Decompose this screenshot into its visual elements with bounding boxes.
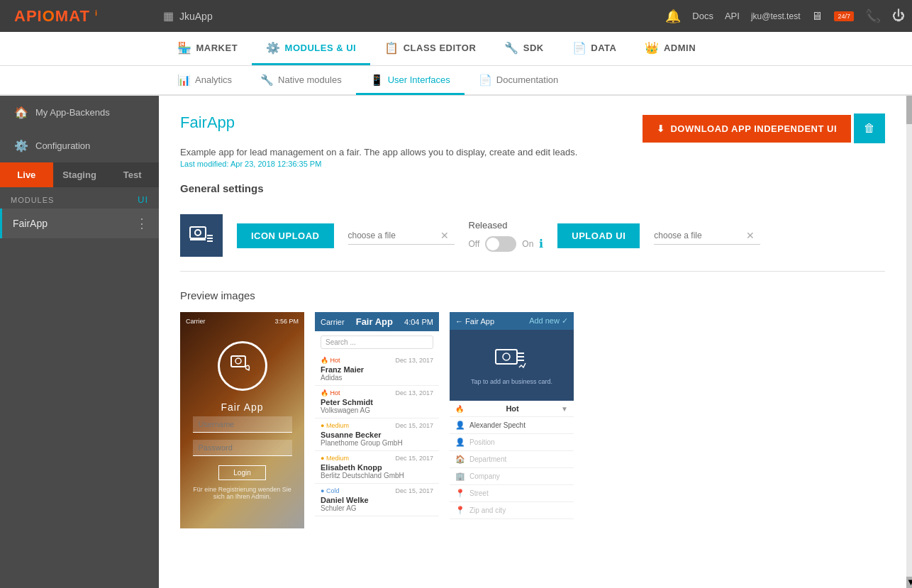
phone-app-icon bbox=[218, 341, 267, 391]
location-icon-2: 📍 bbox=[455, 506, 465, 515]
svg-point-1 bbox=[195, 230, 201, 235]
my-app-backends-icon: 🏠 bbox=[14, 106, 28, 119]
power-icon[interactable]: ⏻ bbox=[892, 9, 905, 23]
phone-list-item-2[interactable]: 🔥 Hot Dec 13, 2017 Peter Schmidt Volkswa… bbox=[315, 386, 439, 418]
download-icon: ⬇ bbox=[657, 123, 665, 134]
logo: APIOMAT i bbox=[14, 7, 98, 26]
scrollbar[interactable]: ▼ bbox=[906, 96, 912, 588]
bell-icon[interactable]: 🔔 bbox=[665, 9, 681, 24]
file-input-icon[interactable] bbox=[348, 231, 440, 240]
person-icon-1: 👤 bbox=[455, 421, 465, 430]
building-icon: 🏢 bbox=[455, 472, 465, 481]
nav-admin[interactable]: 👑 ADMIN bbox=[630, 32, 710, 65]
api-link[interactable]: API bbox=[725, 11, 740, 21]
modules-ui-icon: ⚙️ bbox=[266, 41, 281, 55]
field-name-value: Alexander Specht bbox=[469, 421, 525, 429]
phone-search[interactable]: Search ... bbox=[321, 335, 433, 349]
svg-rect-5 bbox=[496, 350, 517, 364]
phone-icon[interactable]: 📞 bbox=[865, 9, 881, 24]
fairapp-list-item[interactable]: FairApp ⋮ bbox=[0, 209, 159, 238]
tab-staging[interactable]: Staging bbox=[53, 162, 106, 187]
app-icon-box bbox=[180, 214, 223, 257]
subnav-native-modules[interactable]: 🔧 Native modules bbox=[246, 67, 356, 95]
documentation-icon: 📄 bbox=[479, 74, 492, 87]
env-tabs: Live Staging Test bbox=[0, 162, 159, 187]
back-label[interactable]: ← Fair App bbox=[455, 317, 494, 326]
settings-row: ICON UPLOAD ✕ Released Off On ℹ UPLOAD U… bbox=[180, 214, 885, 272]
docs-link[interactable]: Docs bbox=[692, 11, 713, 21]
phone-list-item-5[interactable]: ● Cold Dec 15, 2017 Daniel Welke Schuler… bbox=[315, 484, 439, 516]
dropdown-arrow: ▼ bbox=[561, 405, 568, 413]
hot-badge: 🔥 bbox=[455, 405, 464, 413]
app-name-area: ▦ JkuApp bbox=[163, 9, 665, 23]
form-field-department: 🏠 Department bbox=[450, 451, 574, 468]
info-icon[interactable]: ℹ bbox=[539, 237, 543, 250]
form-field-zip: 📍 Zip and city bbox=[450, 502, 574, 519]
subnav-analytics[interactable]: 📊 Analytics bbox=[163, 67, 246, 95]
subnav-documentation[interactable]: 📄 Documentation bbox=[465, 67, 572, 95]
nav-sdk[interactable]: 🔧 SDK bbox=[490, 32, 557, 65]
date-1: Dec 13, 2017 bbox=[395, 357, 433, 364]
svg-rect-0 bbox=[190, 227, 206, 238]
user-email: jku@test.test bbox=[751, 11, 801, 21]
admin-icon: 👑 bbox=[645, 41, 660, 55]
badge-4: ● Medium bbox=[321, 455, 349, 462]
preview-section: Preview images Carrier 3:56 PM Fair App bbox=[180, 289, 885, 528]
phone-list-item-1[interactable]: 🔥 Hot Dec 13, 2017 Franz Maier Adidas bbox=[315, 353, 439, 386]
tab-live[interactable]: Live bbox=[0, 162, 53, 187]
fairapp-menu-dots[interactable]: ⋮ bbox=[135, 216, 148, 231]
phone-password-input[interactable] bbox=[193, 440, 292, 456]
page-description: Example app for lead management on a fai… bbox=[180, 147, 885, 157]
nav-class-editor[interactable]: 📋 CLASS EDITOR bbox=[370, 32, 490, 65]
sdk-icon: 🔧 bbox=[504, 41, 519, 55]
tap-text: Tap to add an business card. bbox=[471, 378, 552, 385]
nav-data[interactable]: 📄 DATA bbox=[558, 32, 631, 65]
name-4: Elisabeth Knopp bbox=[321, 463, 433, 472]
page-header-row: FairApp ⬇ DOWNLOAD APP INDEPENDENT UI 🗑 bbox=[180, 113, 885, 143]
main-layout: 🏠 My App-Backends ⚙️ Configuration Live … bbox=[0, 96, 912, 588]
nav-market[interactable]: 🏪 MARKET bbox=[163, 32, 252, 65]
sidebar-item-configuration[interactable]: ⚙️ Configuration bbox=[0, 129, 159, 162]
sidebar-item-my-app-backends[interactable]: 🏠 My App-Backends bbox=[0, 96, 159, 129]
data-icon: 📄 bbox=[572, 41, 587, 55]
date-3: Dec 15, 2017 bbox=[395, 422, 433, 429]
name-3: Susanne Becker bbox=[321, 431, 433, 439]
tab-test[interactable]: Test bbox=[106, 162, 159, 187]
market-icon: 🏪 bbox=[177, 41, 192, 55]
phone-screen-login: Carrier 3:56 PM Fair App Login Für eine … bbox=[180, 312, 304, 528]
badge-2: 🔥 Hot bbox=[321, 389, 340, 396]
released-toggle[interactable] bbox=[485, 236, 516, 252]
general-settings-title: General settings bbox=[180, 182, 885, 200]
clear-file-icon[interactable]: ✕ bbox=[440, 230, 449, 241]
phone-list-item-3[interactable]: ● Medium Dec 15, 2017 Susanne Becker Pla… bbox=[315, 418, 439, 451]
subnav-user-interfaces[interactable]: 📱 User Interfaces bbox=[356, 67, 465, 95]
phone-list-item-4[interactable]: ● Medium Dec 15, 2017 Elisabeth Knopp Be… bbox=[315, 451, 439, 484]
scroll-arrow-down[interactable]: ▼ bbox=[906, 577, 912, 588]
download-button[interactable]: ⬇ DOWNLOAD APP INDEPENDENT UI bbox=[643, 115, 851, 143]
person-icon-2: 👤 bbox=[455, 438, 465, 447]
badge-3: ● Medium bbox=[321, 422, 349, 429]
modules-label: MODULES bbox=[11, 196, 54, 204]
icon-upload-button[interactable]: ICON UPLOAD bbox=[237, 223, 334, 248]
monitor-icon[interactable]: 🖥 bbox=[811, 10, 823, 23]
delete-button[interactable]: 🗑 bbox=[854, 113, 885, 143]
app-name[interactable]: JkuApp bbox=[179, 11, 213, 22]
field-position-placeholder: Position bbox=[469, 438, 495, 446]
file-input-ui[interactable] bbox=[654, 231, 746, 240]
badge-5: ● Cold bbox=[321, 487, 339, 494]
phone-username-input[interactable] bbox=[193, 416, 292, 433]
location-icon-1: 📍 bbox=[455, 489, 465, 498]
top-header: APIOMAT i ▦ JkuApp 🔔 Docs API jku@test.t… bbox=[0, 0, 912, 32]
ui-label: UI bbox=[138, 194, 148, 205]
nav-modules-ui[interactable]: ⚙️ MODULES & UI bbox=[252, 32, 370, 65]
date-5: Dec 15, 2017 bbox=[395, 487, 433, 494]
chat-icon bbox=[229, 353, 256, 379]
add-new-label[interactable]: Add new ✓ bbox=[529, 316, 568, 326]
upload-ui-button[interactable]: UPLOAD UI bbox=[557, 223, 640, 248]
phone-login-button[interactable]: Login bbox=[218, 465, 265, 480]
phone-card-icon-area: Tap to add an business card. bbox=[450, 330, 574, 401]
phone-dropdown[interactable]: 🔥 Hot ▼ bbox=[450, 401, 574, 417]
clear-file-ui-icon[interactable]: ✕ bbox=[746, 230, 755, 241]
grid-icon: ▦ bbox=[163, 9, 174, 23]
analytics-icon: 📊 bbox=[177, 74, 191, 87]
